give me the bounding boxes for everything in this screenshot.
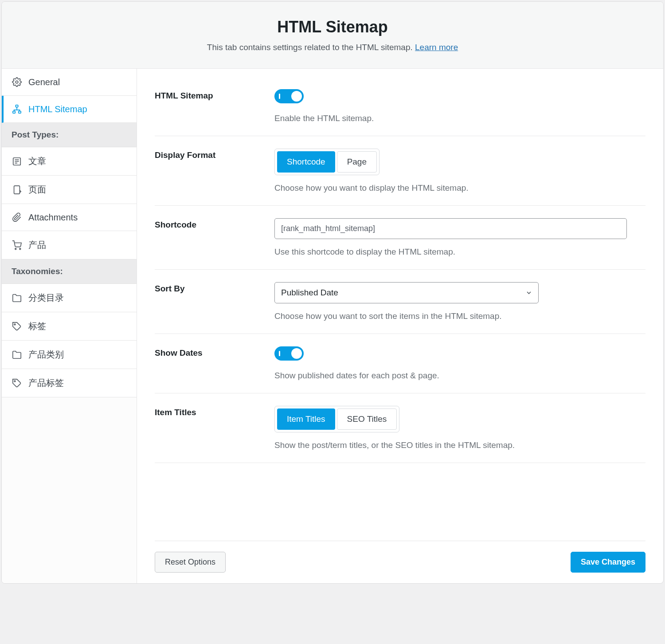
shortcode-input[interactable]: [274, 218, 627, 239]
panel-header: HTML Sitemap This tab contains settings …: [2, 2, 663, 69]
svg-point-8: [14, 324, 16, 325]
sidebar-item-html-sitemap[interactable]: HTML Sitemap: [2, 96, 137, 123]
sidebar-item-posts[interactable]: 文章: [2, 147, 137, 176]
page-title: HTML Sitemap: [11, 18, 654, 36]
sidebar-item-general[interactable]: General: [2, 69, 137, 96]
sidebar-item-product-tags[interactable]: 产品标签: [2, 369, 137, 397]
setting-label: Shortcode: [155, 218, 274, 257]
setting-row-show-dates: Show Dates Show published dates for each…: [155, 334, 645, 393]
setting-label: Sort By: [155, 282, 274, 321]
sidebar-item-label: HTML Sitemap: [28, 104, 87, 114]
clip-icon: [12, 212, 22, 223]
folder-icon: [12, 293, 22, 303]
sidebar-item-product-categories[interactable]: 产品类别: [2, 341, 137, 369]
tag-icon: [12, 378, 22, 389]
show-dates-toggle[interactable]: [274, 346, 304, 361]
svg-rect-2: [13, 111, 15, 114]
save-changes-button[interactable]: Save Changes: [571, 552, 645, 573]
svg-rect-5: [14, 185, 20, 193]
item-titles-item-button[interactable]: Item Titles: [277, 408, 335, 430]
post-icon: [12, 156, 22, 167]
html-sitemap-toggle[interactable]: [274, 89, 304, 103]
sidebar-item-label: 产品: [28, 239, 46, 251]
sidebar-item-label: 产品类别: [28, 349, 64, 361]
sidebar-item-label: 产品标签: [28, 377, 64, 389]
setting-label: Show Dates: [155, 346, 274, 381]
setting-desc: Choose how you want to sort the items in…: [274, 311, 645, 321]
svg-point-0: [16, 81, 18, 83]
content-area: HTML Sitemap Enable the HTML sitemap. Di…: [137, 69, 663, 583]
svg-point-9: [14, 381, 16, 382]
display-format-group: Shortcode Page: [274, 149, 379, 175]
svg-point-7: [20, 248, 21, 249]
sidebar-group-taxonomies: Taxonomies:: [2, 259, 137, 284]
panel-footer: Reset Options Save Changes: [155, 541, 645, 583]
page-icon: [12, 185, 22, 195]
setting-row-html-sitemap: HTML Sitemap Enable the HTML sitemap.: [155, 86, 645, 136]
svg-rect-1: [16, 105, 18, 107]
sidebar-item-label: Attachments: [28, 212, 78, 223]
svg-rect-3: [19, 111, 21, 114]
setting-desc: Show the post/term titles, or the SEO ti…: [274, 440, 645, 450]
sidebar-item-pages[interactable]: 页面: [2, 176, 137, 204]
sitemap-icon: [12, 104, 22, 114]
reset-options-button[interactable]: Reset Options: [155, 552, 226, 573]
sort-by-select[interactable]: Published Date: [274, 282, 539, 303]
setting-label: HTML Sitemap: [155, 89, 274, 123]
sidebar-item-products[interactable]: 产品: [2, 231, 137, 259]
sidebar-group-post-types: Post Types:: [2, 123, 137, 147]
settings-panel: HTML Sitemap This tab contains settings …: [1, 1, 664, 584]
gear-icon: [12, 77, 22, 87]
sidebar-item-categories[interactable]: 分类目录: [2, 284, 137, 312]
setting-desc: Show published dates for each post & pag…: [274, 371, 645, 381]
setting-row-shortcode: Shortcode Use this shortcode to display …: [155, 206, 645, 270]
setting-row-sort-by: Sort By Published Date Choose how you wa…: [155, 270, 645, 334]
tag-icon: [12, 321, 22, 332]
setting-desc: Use this shortcode to display the HTML s…: [274, 247, 645, 257]
setting-label: Item Titles: [155, 406, 274, 450]
panel-body: General HTML Sitemap Post Types: 文章 页: [2, 69, 663, 583]
setting-row-item-titles: Item Titles Item Titles SEO Titles Show …: [155, 393, 645, 463]
sidebar-item-label: 页面: [28, 184, 46, 196]
display-format-shortcode-button[interactable]: Shortcode: [277, 151, 335, 173]
sidebar-item-tags[interactable]: 标签: [2, 312, 137, 341]
setting-desc: Enable the HTML sitemap.: [274, 114, 645, 123]
cart-icon: [12, 240, 22, 251]
item-titles-seo-button[interactable]: SEO Titles: [337, 408, 397, 430]
folder-icon: [12, 349, 22, 360]
setting-label: Display Format: [155, 149, 274, 193]
page-subtitle: This tab contains settings related to th…: [11, 43, 654, 52]
setting-row-display-format: Display Format Shortcode Page Choose how…: [155, 136, 645, 206]
sidebar-item-label: 标签: [28, 320, 46, 332]
sidebar-item-attachments[interactable]: Attachments: [2, 204, 137, 231]
learn-more-link[interactable]: Learn more: [415, 43, 458, 52]
item-titles-group: Item Titles SEO Titles: [274, 406, 399, 432]
display-format-page-button[interactable]: Page: [337, 151, 377, 173]
sidebar-item-label: 分类目录: [28, 292, 64, 304]
setting-desc: Choose how you want to display the HTML …: [274, 183, 645, 193]
sidebar: General HTML Sitemap Post Types: 文章 页: [2, 69, 137, 583]
sidebar-item-label: General: [28, 77, 60, 87]
svg-point-6: [15, 248, 16, 249]
sidebar-item-label: 文章: [28, 155, 46, 167]
